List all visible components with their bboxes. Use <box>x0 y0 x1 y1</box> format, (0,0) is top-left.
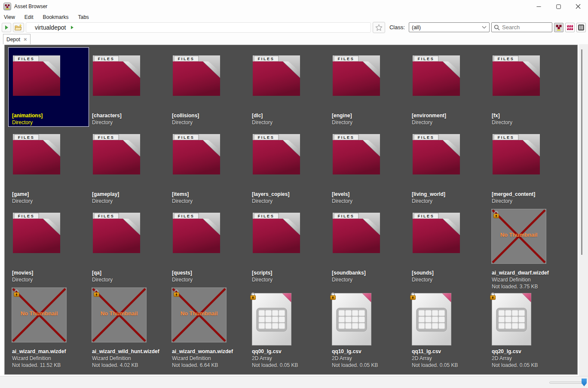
lock-icon <box>409 292 416 300</box>
app-icon <box>3 3 11 10</box>
svg-text:FILES: FILES <box>338 135 355 140</box>
asset-item[interactable]: FILES [merged_content] Directory <box>488 126 568 205</box>
menu-bookmarks[interactable]: Bookmarks <box>43 14 68 20</box>
breadcrumb-expand-icon[interactable] <box>71 26 74 29</box>
close-button[interactable] <box>568 0 588 13</box>
tab-depot[interactable]: Depot × <box>3 34 31 44</box>
asset-item[interactable]: No Thumbnail ai_wizard_man.wizdef Wizard… <box>9 284 89 362</box>
asset-name: [environment] <box>412 112 487 119</box>
asset-item[interactable]: FILES [environment] Directory <box>408 48 488 126</box>
asset-status: Not loaded. 0.05 KB <box>492 362 567 369</box>
asset-name: [animations] <box>12 112 88 119</box>
search-field[interactable] <box>491 22 552 32</box>
thumbnail-size-slider-thumb[interactable] <box>582 379 587 386</box>
no-thumbnail-label: No Thumbnail <box>12 310 66 317</box>
menu-edit[interactable]: Edit <box>24 14 34 20</box>
asset-item[interactable]: FILES [layers_copies] Directory <box>248 126 328 205</box>
asset-item[interactable]: FILES [game] Directory <box>9 126 89 205</box>
vertical-scrollbar[interactable] <box>579 44 588 376</box>
asset-item[interactable]: FILES [quests] Directory <box>168 205 248 284</box>
asset-labels: [animations] Directory <box>12 112 88 126</box>
go-button[interactable] <box>2 23 11 32</box>
svg-text:FILES: FILES <box>258 214 275 218</box>
folder-icon: FILES <box>332 55 380 96</box>
asset-item[interactable]: FILES [sounds] Directory <box>408 205 488 284</box>
svg-text:FILES: FILES <box>18 57 35 61</box>
asset-name: ai_wizard_man.wizdef <box>12 348 88 355</box>
tab-bar: Depot × <box>0 33 588 44</box>
view-large-tiles-button[interactable] <box>554 23 564 32</box>
asset-type: Directory <box>412 119 487 126</box>
svg-text:FILES: FILES <box>98 57 115 61</box>
asset-labels: qq20_lg.csv 2D Array Not loaded. 0.05 KB <box>492 348 567 369</box>
asset-item[interactable]: FILES [dlc] Directory <box>248 48 328 126</box>
asset-labels: [engine] Directory <box>332 112 407 126</box>
asset-item[interactable]: No Thumbnail ai_wizard_woman.wizdef Wiza… <box>168 284 248 362</box>
minimize-button[interactable] <box>529 0 548 13</box>
asset-status: Not loaded. 0.05 KB <box>332 362 407 369</box>
asset-type: Wizard Definition <box>492 276 567 283</box>
asset-item[interactable]: FILES [soundbanks] Directory <box>328 205 408 284</box>
asset-item[interactable]: FILES [qa] Directory <box>89 205 168 284</box>
class-filter-dropdown[interactable]: (all) <box>409 22 490 32</box>
asset-labels: [characters] Directory <box>92 112 168 126</box>
svg-text:FILES: FILES <box>498 135 514 140</box>
asset-name: [movies] <box>12 269 88 276</box>
bookmark-star-button[interactable] <box>373 22 385 33</box>
menu-tabs[interactable]: Tabs <box>78 14 89 20</box>
asset-item[interactable]: FILES [collisions] Directory <box>168 48 248 126</box>
asset-name: [sounds] <box>412 269 487 276</box>
asset-type: Directory <box>252 198 328 205</box>
search-icon <box>494 24 500 31</box>
svg-text:FILES: FILES <box>498 57 514 61</box>
thumbnail-size-slider[interactable] <box>549 382 585 384</box>
menu-view[interactable]: View <box>4 14 15 20</box>
lock-icon <box>249 292 257 300</box>
breadcrumb-path[interactable]: virtualdepot <box>35 24 66 31</box>
folder-icon: FILES <box>12 55 61 96</box>
view-small-thumbnails-button[interactable] <box>565 23 575 32</box>
asset-item[interactable]: qq11_lg.csv 2D Array Not loaded. 0.05 KB <box>408 284 488 362</box>
maximize-button[interactable] <box>548 0 568 13</box>
asset-item[interactable]: FILES [characters] Directory <box>89 48 168 126</box>
folder-icon: FILES <box>252 212 300 254</box>
tab-close-icon[interactable]: × <box>24 37 27 42</box>
view-columns-button[interactable] <box>576 23 586 32</box>
asset-item[interactable]: FILES [engine] Directory <box>328 48 408 126</box>
asset-item[interactable]: qq10_lg.csv 2D Array Not loaded. 0.05 KB <box>328 284 408 362</box>
asset-item[interactable]: FILES [items] Directory <box>168 126 248 205</box>
asset-labels: [items] Directory <box>172 191 248 205</box>
folder-icon: FILES <box>332 212 380 254</box>
no-thumbnail-placeholder: No Thumbnail <box>92 287 147 342</box>
svg-text:FILES: FILES <box>338 214 355 218</box>
no-thumbnail-label: No Thumbnail <box>492 232 546 238</box>
asset-name: [items] <box>172 191 248 198</box>
vertical-scrollbar-thumb[interactable] <box>581 49 582 255</box>
asset-item[interactable]: qq20_lg.csv 2D Array Not loaded. 0.05 KB <box>488 284 568 362</box>
asset-item[interactable]: qq00_lg.csv 2D Array Not loaded. 0.05 KB <box>248 284 328 362</box>
asset-item[interactable]: FILES [fx] Directory <box>488 48 568 126</box>
asset-labels: [layers_copies] Directory <box>252 191 328 205</box>
asset-name: qq10_lg.csv <box>332 348 407 355</box>
asset-name: ai_wizard_dwarf.wizdef <box>492 269 567 276</box>
asset-type: Wizard Definition <box>92 355 168 362</box>
asset-item[interactable]: No Thumbnail ai_wizard_wild_hunt.wizdef … <box>89 284 168 362</box>
asset-item[interactable]: FILES [gameplay] Directory <box>89 126 168 205</box>
asset-item[interactable]: FILES [living_world] Directory <box>408 126 488 205</box>
svg-text:FILES: FILES <box>258 57 275 61</box>
folder-icon: FILES <box>172 212 220 254</box>
asset-item[interactable]: FILES [levels] Directory <box>328 126 408 205</box>
asset-item[interactable]: FILES [scripts] Directory <box>248 205 328 284</box>
asset-name: qq00_lg.csv <box>252 348 328 355</box>
asset-item[interactable]: FILES [animations] Directory <box>9 48 89 126</box>
search-input[interactable] <box>502 24 545 31</box>
status-bar <box>0 376 588 388</box>
asset-type: Directory <box>332 198 407 205</box>
asset-type: Directory <box>12 119 88 126</box>
asset-type: Directory <box>92 119 168 126</box>
asset-item[interactable]: No Thumbnail ai_wizard_dwarf.wizdef Wiza… <box>488 205 568 284</box>
asset-item[interactable]: FILES [movies] Directory <box>9 205 89 284</box>
breadcrumb[interactable]: virtualdepot <box>26 22 371 33</box>
svg-text:FILES: FILES <box>18 135 35 140</box>
open-folder-button[interactable] <box>13 23 24 32</box>
